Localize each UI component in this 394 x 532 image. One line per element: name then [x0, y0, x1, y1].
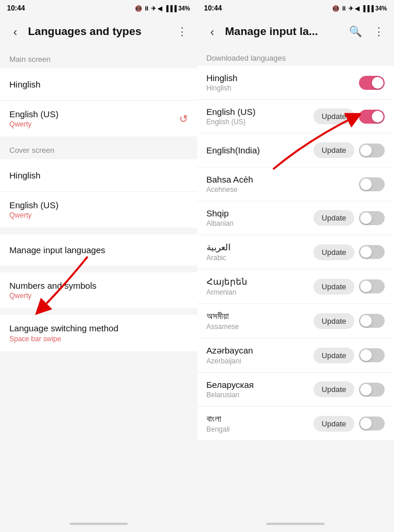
lang-item-4[interactable]: ShqipAlbanianUpdate	[197, 201, 395, 235]
numbers-symbols-title: Numbers and symbols	[9, 281, 188, 290]
lang-item-9[interactable]: БеларускаяBelarusianUpdate	[197, 373, 395, 407]
cover-hinglish-item[interactable]: Hinglish	[0, 159, 197, 192]
update-btn-6[interactable]: Update	[313, 279, 354, 295]
toggle-knob-0	[372, 77, 383, 89]
lang-sub-0: Hinglish	[207, 84, 238, 92]
toggle-3[interactable]	[359, 177, 385, 191]
right-nav-bar	[197, 516, 395, 532]
left-nav-handle	[69, 523, 128, 525]
lang-name-1: English (US)	[207, 107, 256, 117]
cover-english-title: English (US)	[9, 200, 58, 210]
right-page-title: Manage input la...	[225, 25, 343, 38]
toggle-knob-5	[360, 246, 372, 258]
lang-name-2: English(India)	[207, 145, 260, 155]
toggle-9[interactable]	[359, 383, 385, 397]
language-switching-item[interactable]: Language switching method Space bar swip…	[0, 315, 197, 351]
toggle-4[interactable]	[359, 211, 385, 225]
toggle-5[interactable]	[359, 245, 385, 259]
right-search-button[interactable]: 🔍	[345, 21, 366, 42]
toggle-0[interactable]	[359, 76, 385, 90]
numbers-symbols-subtitle: Qwerty	[9, 292, 188, 300]
cover-english-us-item[interactable]: English (US) Qwerty	[0, 192, 197, 228]
lang-item-5[interactable]: العربيةArabicUpdate	[197, 235, 395, 270]
lang-sub-10: Bengali	[207, 425, 230, 433]
lang-item-1[interactable]: English (US)English (US)Update	[197, 100, 395, 134]
cover-english-subtitle: Qwerty	[9, 211, 58, 219]
toggle-knob-7	[360, 315, 372, 327]
language-switching-title: Language switching method	[9, 323, 188, 333]
lang-item-3[interactable]: Bahsa AcèhAcehnese	[197, 167, 395, 201]
lang-sub-6: Armenian	[207, 288, 247, 296]
left-menu-button[interactable]: ⋮	[172, 21, 193, 42]
toggle-2[interactable]	[359, 144, 385, 158]
update-btn-5[interactable]: Update	[313, 244, 354, 260]
toggle-knob-6	[360, 281, 372, 292]
right-time: 10:44	[204, 4, 222, 12]
left-time: 10:44	[7, 4, 25, 12]
left-header: ‹ Languages and types ⋮	[0, 16, 197, 47]
lang-sub-7: Assamese	[207, 323, 239, 331]
language-switching-subtitle: Space bar swipe	[9, 335, 188, 343]
update-btn-8[interactable]: Update	[313, 348, 354, 363]
toggle-8[interactable]	[359, 348, 385, 362]
main-hinglish-title: Hinglish	[9, 79, 40, 89]
cover-hinglish-title: Hinglish	[9, 170, 40, 180]
toggle-knob-3	[360, 178, 372, 190]
lang-sub-9: Belarusian	[207, 391, 254, 399]
toggle-10[interactable]	[359, 416, 385, 430]
numbers-symbols-item[interactable]: Numbers and symbols Qwerty	[0, 272, 197, 308]
main-screen-list: Hinglish English (US) Qwerty ↺	[0, 68, 197, 136]
lang-item-10[interactable]: বাংলাBengaliUpdate	[197, 407, 395, 441]
left-status-bar: 10:44 📵 ⏸ ✈ ◀ ▐▐▐ 34%	[0, 0, 197, 16]
right-back-button[interactable]: ‹	[202, 21, 223, 42]
left-page-title: Languages and types	[28, 25, 169, 38]
main-hinglish-item[interactable]: Hinglish	[0, 68, 197, 101]
lang-item-0[interactable]: HinglishHinglish	[197, 66, 395, 100]
lang-sub-3: Acehnese	[207, 186, 253, 194]
language-list: HinglishHinglishEnglish (US)English (US)…	[197, 66, 395, 441]
main-english-us-item[interactable]: English (US) Qwerty ↺	[0, 101, 197, 136]
update-btn-10[interactable]: Update	[313, 416, 354, 432]
right-status-icons: 📵 ⏸ ✈ ◀ ▐▐▐ 34%	[332, 5, 387, 12]
toggle-1[interactable]	[359, 110, 385, 124]
update-btn-2[interactable]: Update	[313, 142, 354, 158]
lang-name-0: Hinglish	[207, 73, 238, 83]
main-screen-label: Main screen	[0, 47, 197, 67]
toggle-7[interactable]	[359, 314, 385, 328]
toggle-6[interactable]	[359, 279, 385, 293]
lang-item-8[interactable]: AzərbaycanAzerbaijaniUpdate	[197, 338, 395, 373]
update-btn-9[interactable]: Update	[313, 382, 354, 397]
main-english-title: English (US)	[9, 109, 58, 119]
lang-sub-5: Arabic	[207, 254, 231, 262]
lang-name-7: অসমীয়া	[207, 311, 239, 321]
right-status-bar: 10:44 📵 ⏸ ✈ ◀ ▐▐▐ 34%	[197, 0, 395, 16]
right-nav-handle	[266, 523, 325, 525]
lang-name-6: Հայերեն	[207, 276, 247, 287]
refresh-icon: ↺	[179, 113, 188, 125]
toggle-knob-1	[372, 111, 383, 123]
toggle-knob-8	[360, 349, 372, 361]
cover-screen-list: Hinglish English (US) Qwerty	[0, 159, 197, 228]
manage-input-languages-item[interactable]: Manage input languages	[0, 235, 197, 265]
right-content: Downloaded languages HinglishHinglishEng…	[197, 47, 395, 516]
update-btn-4[interactable]: Update	[313, 210, 354, 226]
left-nav-bar	[0, 516, 197, 532]
manage-input-languages-label: Manage input languages	[9, 245, 105, 255]
update-btn-7[interactable]: Update	[313, 313, 354, 329]
update-btn-1[interactable]: Update	[313, 108, 354, 124]
toggle-knob-2	[360, 145, 372, 156]
right-header: ‹ Manage input la... 🔍 ⋮	[197, 16, 395, 47]
lang-item-7[interactable]: অসমীয়াAssameseUpdate	[197, 304, 395, 338]
lang-name-3: Bahsa Acèh	[207, 174, 253, 184]
lang-name-4: Shqip	[207, 208, 234, 218]
lang-name-5: العربية	[207, 242, 231, 253]
lang-item-2[interactable]: English(India)Update	[197, 134, 395, 167]
lang-sub-1: English (US)	[207, 118, 256, 126]
left-content: Main screen Hinglish English (US) Qwerty…	[0, 47, 197, 516]
toggle-knob-9	[360, 384, 372, 396]
cover-screen-label: Cover screen	[0, 138, 197, 158]
lang-item-6[interactable]: ՀայերենArmenianUpdate	[197, 270, 395, 304]
toggle-knob-10	[360, 418, 372, 429]
right-menu-button[interactable]: ⋮	[368, 21, 389, 42]
left-back-button[interactable]: ‹	[5, 21, 26, 42]
